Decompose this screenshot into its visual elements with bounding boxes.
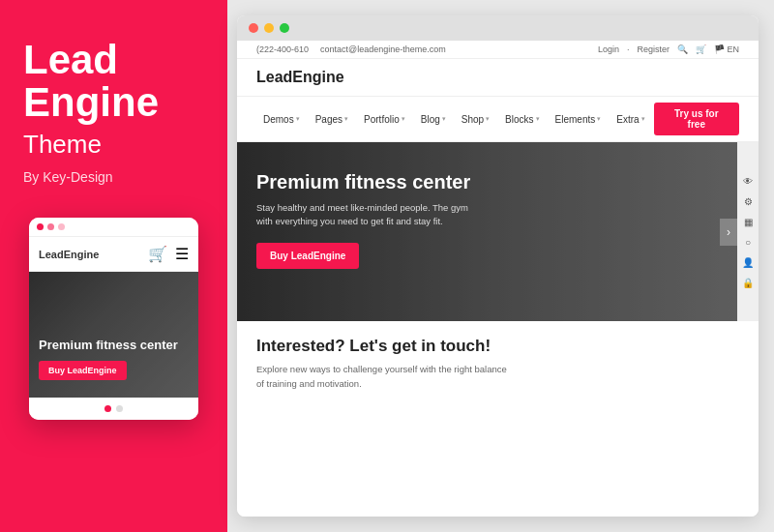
- chevron-down-icon: ▾: [402, 115, 405, 123]
- slide-dot-2[interactable]: [116, 405, 123, 412]
- browser-window: (222-400-610 contact@leadengine-theme.co…: [237, 15, 759, 517]
- mobile-titlebar: [29, 218, 198, 237]
- slide-dot-1[interactable]: [104, 405, 111, 412]
- gear-icon[interactable]: ⚙: [744, 196, 753, 207]
- phone-number: (222-400-610: [256, 44, 309, 54]
- tool-panel: 👁 ⚙ ▦ ○ 👤 🔒: [737, 142, 759, 321]
- language-flag[interactable]: 🏴 EN: [714, 44, 739, 54]
- mobile-navbar-brand: LeadEngine: [39, 249, 148, 260]
- mobile-dot-1: [37, 223, 44, 230]
- register-link[interactable]: Register: [637, 44, 670, 54]
- nav-item-blog[interactable]: Blog ▾: [414, 110, 453, 129]
- menu-icon: ☰: [175, 245, 189, 263]
- chevron-down-icon: ▾: [344, 115, 348, 123]
- nav-item-elements[interactable]: Elements ▾: [549, 110, 609, 129]
- mobile-navbar-icons: 🛒 ☰: [148, 245, 189, 263]
- info-bar: (222-400-610 contact@leadengine-theme.co…: [237, 41, 759, 59]
- login-link[interactable]: Login: [598, 44, 619, 54]
- nav-item-extra[interactable]: Extra ▾: [610, 110, 651, 129]
- mobile-dot-2: [47, 223, 54, 230]
- hero-content: Premium fitness center Stay healthy and …: [256, 171, 565, 269]
- nav-item-portfolio[interactable]: Portfolio ▾: [357, 110, 412, 129]
- site-navbar: LeadEngine: [237, 59, 759, 97]
- circle-icon[interactable]: ○: [745, 237, 751, 248]
- right-panel: (222-400-610 contact@leadengine-theme.co…: [227, 0, 774, 532]
- mobile-dots: [37, 223, 65, 230]
- left-panel: Lead Engine Theme By Key-Design LeadEngi…: [0, 0, 227, 532]
- below-hero-title: Interested? Let's get in touch!: [256, 337, 739, 356]
- browser-content: (222-400-610 contact@leadengine-theme.co…: [237, 41, 759, 517]
- hero-description: Stay healthy and meet like-minded people…: [256, 201, 469, 229]
- cart-icon[interactable]: 🛒: [696, 44, 706, 54]
- chevron-down-icon: ▾: [597, 115, 601, 123]
- nav-item-demos[interactable]: Demos ▾: [256, 110, 307, 129]
- hero-title: Premium fitness center: [256, 171, 565, 193]
- lock-icon[interactable]: 🔒: [742, 278, 754, 288]
- search-icon[interactable]: 🔍: [677, 44, 688, 54]
- chevron-down-icon: ▾: [296, 115, 300, 123]
- info-bar-left: (222-400-610 contact@leadengine-theme.co…: [256, 44, 446, 54]
- hero-buy-button[interactable]: Buy LeadEngine: [256, 243, 359, 269]
- nav-item-pages[interactable]: Pages ▾: [309, 110, 355, 129]
- mobile-hero: Premium fitness center Buy LeadEngine: [29, 272, 198, 398]
- eye-icon[interactable]: 👁: [743, 176, 753, 187]
- mobile-buy-button[interactable]: Buy LeadEngine: [39, 361, 127, 380]
- below-hero-text: Explore new ways to challenge yourself w…: [256, 362, 508, 391]
- mobile-dot-3: [58, 223, 65, 230]
- brand-byline: By Key-Design: [23, 169, 113, 185]
- mobile-navbar: LeadEngine 🛒 ☰: [29, 237, 198, 272]
- mobile-hero-content: Premium fitness center Buy LeadEngine: [39, 338, 189, 381]
- mobile-footer-dots: [29, 398, 198, 420]
- browser-titlebar: [237, 15, 759, 41]
- chevron-down-icon: ▾: [486, 115, 490, 123]
- cart-icon: 🛒: [148, 245, 167, 263]
- hero-section: Premium fitness center Stay healthy and …: [237, 142, 759, 321]
- nav-item-shop[interactable]: Shop ▾: [455, 110, 496, 129]
- try-free-button[interactable]: Try us for free: [654, 103, 739, 135]
- below-hero-section: Interested? Let's get in touch! Explore …: [237, 321, 759, 517]
- grid-icon[interactable]: ▦: [744, 217, 753, 227]
- email-address: contact@leadengine-theme.com: [320, 44, 446, 54]
- info-bar-right: Login · Register 🔍 🛒 🏴 EN: [598, 44, 739, 54]
- browser-dot-red[interactable]: [249, 23, 258, 33]
- person-icon[interactable]: 👤: [742, 257, 754, 268]
- site-logo: LeadEngine: [256, 69, 739, 86]
- nav-menu: Demos ▾ Pages ▾ Portfolio ▾ Blog ▾ Shop: [237, 97, 759, 142]
- brand-subtitle: Theme: [23, 130, 102, 160]
- browser-dot-yellow[interactable]: [264, 23, 274, 33]
- nav-item-blocks[interactable]: Blocks ▾: [498, 110, 546, 129]
- chevron-down-icon: ▾: [536, 115, 540, 123]
- mobile-hero-title: Premium fitness center: [39, 338, 189, 353]
- browser-dot-green[interactable]: [280, 23, 289, 33]
- brand-title: Lead Engine: [23, 39, 159, 124]
- hero-next-arrow[interactable]: ›: [720, 219, 737, 246]
- chevron-down-icon: ▾: [442, 115, 446, 123]
- chevron-down-icon: ▾: [641, 115, 645, 123]
- mobile-preview: LeadEngine 🛒 ☰ Premium fitness center Bu…: [29, 218, 198, 420]
